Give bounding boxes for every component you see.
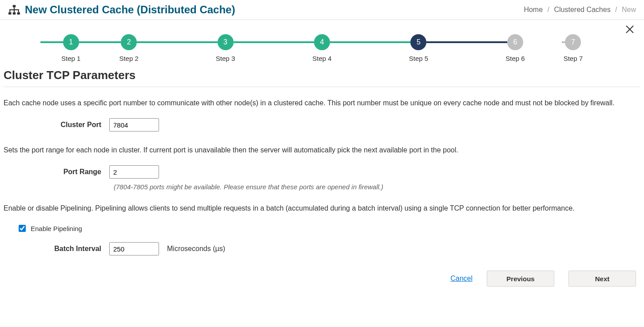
step-circle: 3: [218, 34, 234, 50]
batch-interval-input[interactable]: [109, 242, 159, 255]
step-circle: 5: [410, 34, 426, 50]
svg-rect-3: [17, 12, 20, 14]
step-label: Step 6: [505, 55, 525, 62]
page-title: New Clustered Cache (Distributed Cache): [25, 4, 235, 16]
close-button[interactable]: [622, 24, 638, 37]
wizard-step-1[interactable]: 1Step 1: [61, 34, 80, 62]
section-title: Cluster TCP Parameters: [4, 68, 640, 82]
wizard-step-7[interactable]: 7Step 7: [564, 34, 583, 62]
breadcrumb-home[interactable]: Home: [524, 6, 543, 13]
breadcrumb: Home / Clustered Caches / New: [524, 6, 636, 14]
step-label: Step 3: [216, 55, 235, 62]
wizard-stepper: 1Step 12Step 23Step 34Step 45Step 56Step…: [61, 34, 583, 62]
step-label: Step 1: [61, 55, 80, 62]
step-label: Step 5: [409, 55, 428, 62]
svg-rect-0: [13, 5, 16, 7]
step-circle: 4: [314, 34, 330, 50]
step-label: Step 7: [564, 55, 583, 62]
port-range-desc: Sets the port range for each node in clu…: [4, 145, 640, 156]
svg-rect-2: [13, 12, 16, 14]
wizard-step-3[interactable]: 3Step 3: [177, 34, 274, 62]
step-circle: 2: [121, 34, 137, 50]
page-header: New Clustered Cache (Distributed Cache) …: [0, 0, 644, 20]
cluster-port-desc: Each cache node uses a specific port num…: [4, 98, 640, 108]
step-circle: 1: [63, 34, 79, 50]
batch-interval-unit: Microseconds (µs): [167, 245, 225, 253]
svg-rect-8: [18, 10, 19, 12]
port-range-label: Port Range: [17, 168, 101, 176]
wizard-step-6[interactable]: 6Step 6: [467, 34, 563, 62]
svg-rect-7: [14, 10, 15, 12]
wizard-step-2[interactable]: 2Step 2: [80, 34, 177, 62]
breadcrumb-current: New: [622, 6, 636, 13]
next-button[interactable]: Next: [568, 271, 636, 287]
step-circle: 7: [565, 34, 581, 50]
wizard-step-5[interactable]: 5Step 5: [370, 34, 467, 62]
svg-rect-1: [8, 12, 12, 14]
step-circle: 6: [507, 34, 523, 50]
cluster-icon: [8, 4, 20, 15]
cluster-port-input[interactable]: [109, 118, 159, 132]
step-label: Step 2: [119, 55, 138, 62]
divider: [4, 87, 640, 87]
pipelining-desc: Enable or disable Pipelining. Pipelining…: [4, 203, 640, 214]
cancel-link[interactable]: Cancel: [450, 275, 473, 283]
enable-pipelining-label[interactable]: Enable Pipelining: [31, 225, 82, 232]
previous-button[interactable]: Previous: [487, 271, 554, 287]
breadcrumb-clustered-caches[interactable]: Clustered Caches: [554, 6, 610, 13]
enable-pipelining-checkbox[interactable]: [19, 225, 26, 232]
port-range-hint: (7804-7805 ports might be available. Ple…: [114, 183, 640, 191]
step-label: Step 4: [312, 55, 331, 62]
batch-interval-label: Batch Interval: [17, 245, 101, 253]
wizard-step-4[interactable]: 4Step 4: [274, 34, 370, 62]
close-icon: [624, 24, 635, 35]
svg-rect-6: [9, 10, 10, 12]
port-range-input[interactable]: [109, 165, 159, 179]
cluster-port-label: Cluster Port: [17, 121, 101, 129]
